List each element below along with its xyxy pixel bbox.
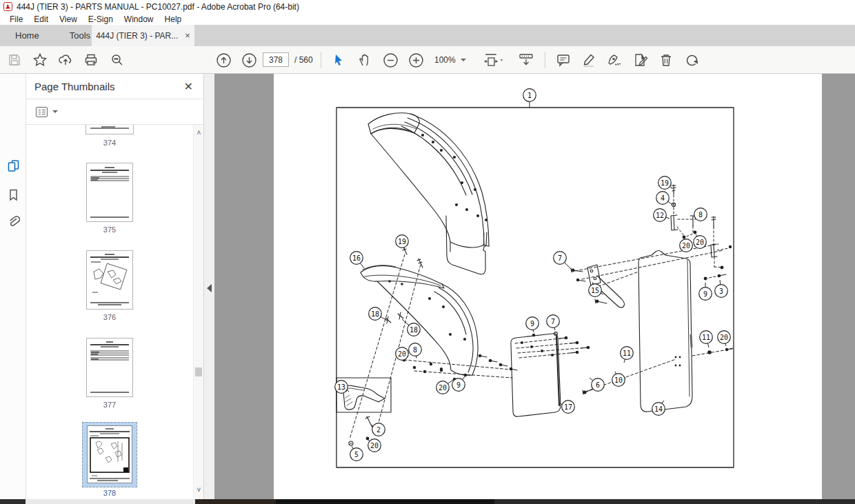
share-button[interactable] <box>57 52 74 68</box>
zoom-out-button[interactable] <box>382 52 399 68</box>
svg-text:13: 13 <box>337 383 345 391</box>
menu-esign[interactable]: E-Sign <box>83 14 119 24</box>
toolbar-separator <box>545 52 545 68</box>
scrollbar-thumb[interactable] <box>195 367 202 376</box>
svg-text:17: 17 <box>564 403 572 411</box>
svg-text:10: 10 <box>614 376 623 384</box>
svg-text:20: 20 <box>696 239 704 246</box>
svg-text:1: 1 <box>527 92 532 99</box>
svg-text:20: 20 <box>682 242 690 250</box>
hand-icon <box>357 52 372 68</box>
svg-text:7: 7 <box>551 318 555 325</box>
thumbnail-page-374[interactable] <box>86 125 134 134</box>
svg-text:12: 12 <box>656 212 664 219</box>
panel-resize-gutter[interactable] <box>204 74 214 499</box>
page-thumbnails-panel-button[interactable] <box>7 159 20 172</box>
thumbnail-page-375[interactable] <box>86 163 133 222</box>
toolbar-separator <box>321 52 321 68</box>
previous-page-button[interactable] <box>215 52 232 68</box>
favorite-button[interactable] <box>32 52 48 68</box>
tab-bar: Home Tools 444J (TIER 3) - PAR... × <box>0 25 855 46</box>
save-button[interactable] <box>6 52 23 68</box>
menu-help[interactable]: Help <box>159 14 188 24</box>
minus-circle-icon <box>383 52 399 68</box>
delete-pages-button[interactable] <box>658 52 674 68</box>
scroll-up-arrow[interactable]: ˄ <box>194 129 204 137</box>
page-fit-button[interactable] <box>483 52 505 68</box>
thumbnail-page-376[interactable] <box>86 250 133 310</box>
print-icon <box>83 52 99 68</box>
search-button[interactable] <box>109 52 125 68</box>
zoom-in-button[interactable] <box>408 52 424 68</box>
svg-text:20: 20 <box>370 442 379 450</box>
page-total-label: / 560 <box>294 55 313 65</box>
attachments-panel-button[interactable] <box>7 214 20 228</box>
select-tool-button[interactable] <box>330 52 347 68</box>
page-edit-icon <box>632 52 649 68</box>
navigation-rail <box>0 74 26 499</box>
window-title: 444J (TIER 3) - PARTS MANUAL - PC10027.p… <box>17 2 299 12</box>
search-icon <box>110 52 125 68</box>
comment-bubble-icon <box>556 52 571 68</box>
trash-icon <box>658 52 674 68</box>
svg-text:20: 20 <box>720 334 728 341</box>
thumbnail-page-378[interactable] <box>87 425 132 483</box>
panel-close-icon[interactable]: ✕ <box>182 80 195 93</box>
svg-text:3: 3 <box>719 288 723 295</box>
page-up-icon <box>216 52 232 68</box>
highlight-button[interactable] <box>581 52 597 68</box>
scroll-mode-button[interactable] <box>518 52 534 68</box>
svg-text:15: 15 <box>591 287 599 294</box>
bookmarks-panel-button[interactable] <box>7 188 20 201</box>
menu-bar: File Edit View E-Sign Window Help <box>0 13 855 25</box>
sign-button[interactable] <box>606 52 623 68</box>
chevron-down-icon <box>461 59 466 61</box>
svg-text:5: 5 <box>354 451 359 458</box>
print-button[interactable] <box>83 52 99 68</box>
rotate-pages-button[interactable] <box>683 52 700 68</box>
thumbnail-label: 376 <box>26 313 193 321</box>
tab-close-icon[interactable]: × <box>185 30 190 41</box>
menu-file[interactable]: File <box>4 14 28 24</box>
hand-tool-button[interactable] <box>356 52 373 68</box>
page-down-icon <box>241 52 257 68</box>
comment-button[interactable] <box>555 52 572 68</box>
zoom-level-value: 100% <box>434 55 456 65</box>
panel-options-row <box>26 99 203 125</box>
scroll-down-arrow[interactable]: ˅ <box>194 486 204 494</box>
highlighter-icon <box>581 52 596 68</box>
svg-text:8: 8 <box>698 211 703 219</box>
options-chevron-icon[interactable] <box>52 110 58 113</box>
svg-text:2: 2 <box>376 426 381 434</box>
thumbnail-page-377[interactable] <box>86 338 133 397</box>
document-area[interactable]: 1191618182081320922051941282020715939717… <box>214 74 855 499</box>
tab-home[interactable]: Home <box>0 25 54 46</box>
svg-text:16: 16 <box>352 254 361 262</box>
svg-text:9: 9 <box>456 381 461 389</box>
menu-edit[interactable]: Edit <box>28 14 54 24</box>
thumbnail-scrollbar[interactable]: ˄ ˅ <box>193 125 203 498</box>
zoom-level-control[interactable]: 100% <box>434 55 466 65</box>
next-page-button[interactable] <box>241 52 257 68</box>
collapse-panel-icon[interactable] <box>207 284 212 292</box>
cursor-arrow-icon <box>331 52 346 68</box>
thumbnail-list: 374 375 <box>26 125 193 498</box>
rotate-icon <box>684 52 700 68</box>
tab-document[interactable]: 444J (TIER 3) - PAR... × <box>92 25 194 46</box>
pdf-page[interactable]: 1191618182081320922051941282020715939717… <box>274 74 822 499</box>
fill-sign-button[interactable] <box>632 52 649 68</box>
star-icon <box>32 52 48 68</box>
svg-text:14: 14 <box>654 405 663 413</box>
svg-text:19: 19 <box>661 179 669 187</box>
thumbnail-options-icon[interactable] <box>36 107 48 117</box>
menu-window[interactable]: Window <box>119 14 159 24</box>
menu-view[interactable]: View <box>54 14 83 24</box>
svg-text:20: 20 <box>439 384 447 392</box>
panel-header: Page Thumbnails ✕ <box>26 74 203 99</box>
svg-text:7: 7 <box>558 254 562 262</box>
title-bar: 444J (TIER 3) - PARTS MANUAL - PC10027.p… <box>0 0 855 13</box>
acrobat-pdf-icon <box>3 2 12 11</box>
page-number-input[interactable] <box>263 52 289 67</box>
plus-circle-icon <box>408 52 424 68</box>
thumbnail-label: 374 <box>26 139 193 147</box>
